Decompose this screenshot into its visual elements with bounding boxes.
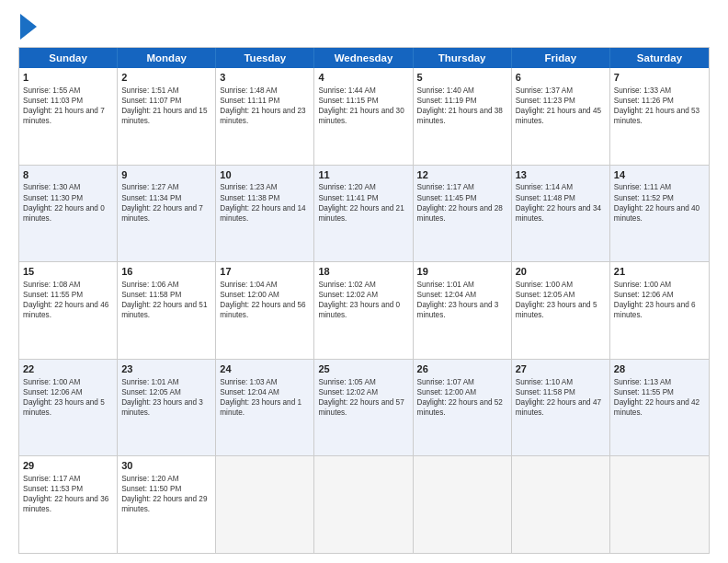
daylight: Daylight: 21 hours and 7 minutes. xyxy=(23,107,105,125)
day-number: 28 xyxy=(614,362,705,376)
table-row: 5Sunrise: 1:40 AMSunset: 11:19 PMDayligh… xyxy=(414,68,512,165)
table-row xyxy=(216,456,314,553)
header-day-sunday: Sunday xyxy=(19,48,118,68)
sunrise: Sunrise: 1:40 AM xyxy=(417,86,474,95)
sunrise: Sunrise: 1:48 AM xyxy=(220,86,277,95)
sunrise: Sunrise: 1:00 AM xyxy=(516,281,573,289)
table-row xyxy=(414,456,512,553)
daylight: Daylight: 22 hours and 34 minutes. xyxy=(516,204,601,223)
header-day-tuesday: Tuesday xyxy=(216,48,314,68)
sunset: Sunset: 12:06 AM xyxy=(23,388,83,396)
sunrise: Sunrise: 1:55 AM xyxy=(23,86,80,95)
day-number: 11 xyxy=(318,168,408,182)
sunrise: Sunrise: 1:01 AM xyxy=(121,378,178,386)
table-row: 23Sunrise: 1:01 AMSunset: 12:05 AMDaylig… xyxy=(118,360,216,456)
table-row: 11Sunrise: 1:20 AMSunset: 11:41 PMDaylig… xyxy=(314,166,413,262)
table-row: 16Sunrise: 1:06 AMSunset: 11:58 PMDaylig… xyxy=(118,262,216,359)
page: SundayMondayTuesdayWednesdayThursdayFrid… xyxy=(0,0,728,563)
sunset: Sunset: 12:00 AM xyxy=(417,388,477,396)
daylight: Daylight: 22 hours and 28 minutes. xyxy=(417,204,503,223)
calendar-header: SundayMondayTuesdayWednesdayThursdayFrid… xyxy=(19,48,709,68)
logo-arrow-icon xyxy=(20,14,37,40)
table-row: 7Sunrise: 1:33 AMSunset: 11:26 PMDayligh… xyxy=(610,68,709,165)
svg-marker-0 xyxy=(20,14,37,40)
table-row: 9Sunrise: 1:27 AMSunset: 11:34 PMDayligh… xyxy=(118,166,216,262)
day-number: 16 xyxy=(121,265,211,279)
day-number: 9 xyxy=(121,168,211,182)
sunset: Sunset: 12:05 AM xyxy=(516,291,575,299)
day-number: 17 xyxy=(220,265,310,279)
sunset: Sunset: 11:55 PM xyxy=(614,388,674,396)
day-number: 29 xyxy=(23,459,113,473)
table-row: 15Sunrise: 1:08 AMSunset: 11:55 PMDaylig… xyxy=(19,262,118,359)
sunrise: Sunrise: 1:06 AM xyxy=(121,281,178,289)
table-row: 6Sunrise: 1:37 AMSunset: 11:23 PMDayligh… xyxy=(512,68,610,165)
daylight: Daylight: 22 hours and 57 minutes. xyxy=(318,398,404,417)
sunset: Sunset: 11:26 PM xyxy=(614,97,674,105)
sunrise: Sunrise: 1:00 AM xyxy=(23,378,80,386)
sunset: Sunset: 12:04 AM xyxy=(417,291,477,299)
sunrise: Sunrise: 1:17 AM xyxy=(417,183,474,191)
table-row: 25Sunrise: 1:05 AMSunset: 12:02 AMDaylig… xyxy=(314,360,413,456)
table-row: 19Sunrise: 1:01 AMSunset: 12:04 AMDaylig… xyxy=(414,262,512,359)
day-number: 18 xyxy=(318,265,408,279)
table-row: 3Sunrise: 1:48 AMSunset: 11:11 PMDayligh… xyxy=(216,68,314,165)
daylight: Daylight: 21 hours and 53 minutes. xyxy=(614,107,700,125)
table-row: 18Sunrise: 1:02 AMSunset: 12:02 AMDaylig… xyxy=(314,262,413,359)
sunset: Sunset: 11:50 PM xyxy=(121,485,181,493)
sunset: Sunset: 12:02 AM xyxy=(318,291,378,299)
sunrise: Sunrise: 1:02 AM xyxy=(318,281,375,289)
sunrise: Sunrise: 1:27 AM xyxy=(121,183,178,191)
daylight: Daylight: 23 hours and 6 minutes. xyxy=(614,301,696,319)
sunrise: Sunrise: 1:14 AM xyxy=(516,183,573,191)
sunrise: Sunrise: 1:33 AM xyxy=(614,86,671,95)
table-row: 13Sunrise: 1:14 AMSunset: 11:48 PMDaylig… xyxy=(512,166,610,262)
table-row: 2Sunrise: 1:51 AMSunset: 11:07 PMDayligh… xyxy=(118,68,216,165)
daylight: Daylight: 22 hours and 52 minutes. xyxy=(417,398,503,417)
table-row: 8Sunrise: 1:30 AMSunset: 11:30 PMDayligh… xyxy=(19,166,118,262)
daylight: Daylight: 22 hours and 29 minutes. xyxy=(121,495,207,513)
day-number: 5 xyxy=(417,71,507,85)
sunset: Sunset: 12:02 AM xyxy=(318,388,378,396)
daylight: Daylight: 21 hours and 30 minutes. xyxy=(318,107,404,125)
day-number: 19 xyxy=(417,265,507,279)
sunrise: Sunrise: 1:44 AM xyxy=(318,86,375,95)
sunrise: Sunrise: 1:08 AM xyxy=(23,281,80,289)
day-number: 27 xyxy=(516,362,606,376)
day-number: 3 xyxy=(220,71,310,85)
sunset: Sunset: 11:19 PM xyxy=(417,97,477,105)
sunrise: Sunrise: 1:37 AM xyxy=(516,86,573,95)
day-number: 23 xyxy=(121,362,211,376)
sunset: Sunset: 11:30 PM xyxy=(23,194,83,202)
table-row: 29Sunrise: 1:17 AMSunset: 11:53 PMDaylig… xyxy=(19,456,118,553)
day-number: 7 xyxy=(614,71,705,85)
day-number: 12 xyxy=(417,168,507,182)
sunset: Sunset: 12:05 AM xyxy=(121,388,181,396)
sunset: Sunset: 11:45 PM xyxy=(417,194,477,202)
sunrise: Sunrise: 1:01 AM xyxy=(417,281,474,289)
day-number: 8 xyxy=(23,168,113,182)
sunset: Sunset: 11:15 PM xyxy=(318,97,378,105)
sunrise: Sunrise: 1:20 AM xyxy=(318,183,375,191)
table-row: 28Sunrise: 1:13 AMSunset: 11:55 PMDaylig… xyxy=(610,360,709,456)
daylight: Daylight: 22 hours and 21 minutes. xyxy=(318,204,404,223)
sunrise: Sunrise: 1:05 AM xyxy=(318,378,375,386)
sunrise: Sunrise: 1:23 AM xyxy=(220,183,277,191)
sunrise: Sunrise: 1:30 AM xyxy=(23,183,80,191)
calendar-row: 29Sunrise: 1:17 AMSunset: 11:53 PMDaylig… xyxy=(19,455,709,553)
table-row: 24Sunrise: 1:03 AMSunset: 12:04 AMDaylig… xyxy=(216,360,314,456)
sunset: Sunset: 11:03 PM xyxy=(23,97,83,105)
sunrise: Sunrise: 1:17 AM xyxy=(23,475,80,483)
daylight: Daylight: 23 hours and 1 minute. xyxy=(220,398,301,417)
daylight: Daylight: 23 hours and 5 minutes. xyxy=(516,301,597,319)
sunset: Sunset: 11:41 PM xyxy=(318,194,378,202)
table-row: 14Sunrise: 1:11 AMSunset: 11:52 PMDaylig… xyxy=(610,166,709,262)
day-number: 20 xyxy=(516,265,606,279)
daylight: Daylight: 22 hours and 36 minutes. xyxy=(23,495,108,513)
day-number: 1 xyxy=(23,71,113,85)
day-number: 26 xyxy=(417,362,507,376)
sunset: Sunset: 12:00 AM xyxy=(220,291,279,299)
sunset: Sunset: 11:38 PM xyxy=(220,194,279,202)
sunrise: Sunrise: 1:03 AM xyxy=(220,378,277,386)
daylight: Daylight: 22 hours and 46 minutes. xyxy=(23,301,108,319)
